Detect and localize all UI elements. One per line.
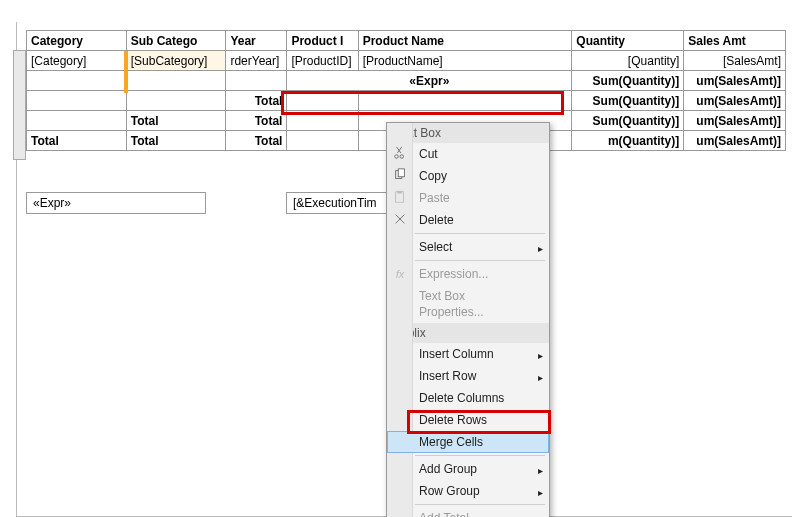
menu-item-delete-rows[interactable]: Delete Rows xyxy=(387,409,549,431)
submenu-arrow-icon: ▸ xyxy=(538,512,543,517)
cell-sumamt[interactable]: um(SalesAmt)] xyxy=(684,111,786,131)
cell-sumqty[interactable]: Sum(Quantity)] xyxy=(572,91,684,111)
menu-label: Copy xyxy=(419,169,447,183)
menu-item-merge-cells[interactable]: Merge Cells xyxy=(387,431,549,453)
group-indicator-bar xyxy=(124,51,128,93)
cell-empty[interactable] xyxy=(226,71,287,91)
row-handle-gutter[interactable] xyxy=(13,50,26,160)
col-header-productname[interactable]: Product Name xyxy=(358,31,572,51)
submenu-arrow-icon: ▸ xyxy=(538,370,543,386)
menu-label: Merge Cells xyxy=(419,435,483,449)
col-header-year[interactable]: Year xyxy=(226,31,287,51)
cell-empty[interactable] xyxy=(27,91,127,111)
cell-sumamt[interactable]: um(SalesAmt)] xyxy=(684,71,786,91)
delete-icon xyxy=(392,212,408,228)
cell-empty[interactable] xyxy=(27,111,127,131)
cell-year[interactable]: rderYear] xyxy=(226,51,287,71)
cell-salesamt[interactable]: [SalesAmt] xyxy=(684,51,786,71)
menu-separator xyxy=(415,260,545,261)
cell-sumqty[interactable]: m(Quantity)] xyxy=(572,131,684,151)
cell-sumamt[interactable]: um(SalesAmt)] xyxy=(684,91,786,111)
menu-separator xyxy=(415,504,545,505)
cut-icon xyxy=(392,146,408,162)
menu-item-insert-row[interactable]: Insert Row ▸ xyxy=(387,365,549,387)
cell-selected-pname[interactable] xyxy=(358,91,572,111)
cell-sumqty[interactable]: Sum(Quantity)] xyxy=(572,71,684,91)
menu-label: Insert Row xyxy=(419,369,476,383)
cell-category[interactable]: [Category] xyxy=(27,51,127,71)
svg-rect-3 xyxy=(398,169,404,177)
cell-productid[interactable]: [ProductID] xyxy=(287,51,358,71)
cell-expr[interactable]: «Expr» xyxy=(287,71,572,91)
context-menu: Text Box Cut Copy Paste Delete Select ▸ … xyxy=(386,122,550,517)
menu-label: Insert Column xyxy=(419,347,494,361)
detail-row: [Category] [SubCategory] rderYear] [Prod… xyxy=(27,51,786,71)
menu-label: Delete Rows xyxy=(419,413,487,427)
menu-item-paste: Paste xyxy=(387,187,549,209)
cell-total-c1[interactable]: Total xyxy=(27,131,127,151)
cell-empty[interactable] xyxy=(287,111,358,131)
menu-label: Delete xyxy=(419,213,454,227)
menu-item-add-total: Add Total ▸ xyxy=(387,507,549,517)
menu-label: Text Box Properties... xyxy=(419,289,484,319)
submenu-arrow-icon: ▸ xyxy=(538,348,543,364)
cell-subcategory[interactable]: [SubCategory] xyxy=(126,51,226,71)
menu-separator xyxy=(415,455,545,456)
menu-label: Paste xyxy=(419,191,450,205)
group-expr-row: «Expr» Sum(Quantity)] um(SalesAmt)] xyxy=(27,71,786,91)
menu-label: Row Group xyxy=(419,484,480,498)
fx-icon: fx xyxy=(392,266,408,282)
cell-total-label2[interactable]: Total xyxy=(226,111,287,131)
cell-total-label[interactable]: Total xyxy=(226,91,287,111)
cell-total-label[interactable]: Total xyxy=(126,111,226,131)
col-header-subcategory[interactable]: Sub Catego xyxy=(126,31,226,51)
submenu-arrow-icon: ▸ xyxy=(538,241,543,257)
header-row: Category Sub Catego Year Product I Produ… xyxy=(27,31,786,51)
menu-label: Select xyxy=(419,240,452,254)
menu-item-add-group[interactable]: Add Group ▸ xyxy=(387,458,549,480)
menu-label: Cut xyxy=(419,147,438,161)
cell-sumamt[interactable]: um(SalesAmt)] xyxy=(684,131,786,151)
col-header-productid[interactable]: Product I xyxy=(287,31,358,51)
cell-total-c3[interactable]: Total xyxy=(226,131,287,151)
cell-empty[interactable] xyxy=(27,71,127,91)
cell-quantity[interactable]: [Quantity] xyxy=(572,51,684,71)
col-header-quantity[interactable]: Quantity xyxy=(572,31,684,51)
submenu-arrow-icon: ▸ xyxy=(538,485,543,501)
menu-item-select[interactable]: Select ▸ xyxy=(387,236,549,258)
svg-point-1 xyxy=(400,155,404,159)
cell-productname[interactable]: [ProductName] xyxy=(358,51,572,71)
menu-label: Expression... xyxy=(419,267,488,281)
menu-label: Add Total xyxy=(419,511,469,517)
menu-label: Delete Columns xyxy=(419,391,504,405)
menu-item-copy[interactable]: Copy xyxy=(387,165,549,187)
menu-label: Add Group xyxy=(419,462,477,476)
col-header-salesamt[interactable]: Sales Amt xyxy=(684,31,786,51)
cell-total-c2[interactable]: Total xyxy=(126,131,226,151)
menu-item-expression: fx Expression... xyxy=(387,263,549,285)
cell-sumqty[interactable]: Sum(Quantity)] xyxy=(572,111,684,131)
submenu-arrow-icon: ▸ xyxy=(538,463,543,479)
menu-item-row-group[interactable]: Row Group ▸ xyxy=(387,480,549,502)
menu-item-textbox-properties: Text Box Properties... xyxy=(387,285,549,323)
cell-selected-pid[interactable] xyxy=(287,91,358,111)
subtotal-row-1: Total Sum(Quantity)] um(SalesAmt)] xyxy=(27,91,786,111)
cell-empty[interactable] xyxy=(126,71,226,91)
menu-item-delete-columns[interactable]: Delete Columns xyxy=(387,387,549,409)
menu-item-insert-column[interactable]: Insert Column ▸ xyxy=(387,343,549,365)
col-header-category[interactable]: Category xyxy=(27,31,127,51)
paste-icon xyxy=(392,190,408,206)
footer-expr-textbox[interactable]: «Expr» xyxy=(26,192,206,214)
svg-point-0 xyxy=(395,155,399,159)
cell-empty[interactable] xyxy=(126,91,226,111)
menu-item-cut[interactable]: Cut xyxy=(387,143,549,165)
copy-icon xyxy=(392,168,408,184)
menu-item-delete[interactable]: Delete xyxy=(387,209,549,231)
svg-rect-5 xyxy=(397,191,401,194)
menu-separator xyxy=(415,233,545,234)
cell-empty[interactable] xyxy=(287,131,358,151)
